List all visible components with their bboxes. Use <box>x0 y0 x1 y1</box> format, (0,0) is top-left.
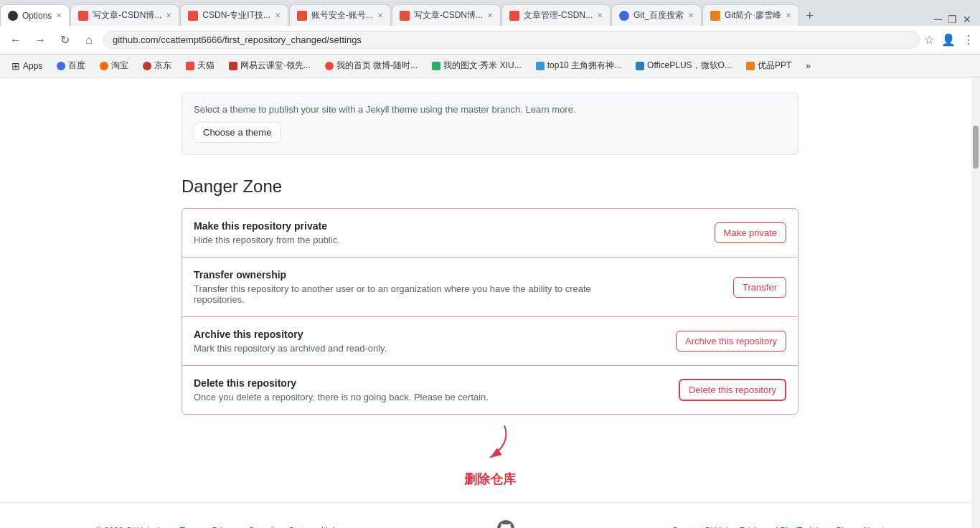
footer-left: © 2020 GitHub, Inc. Terms Privacy Securi… <box>95 526 339 529</box>
bookmark-weibo[interactable]: 我的首页 微博-随时... <box>319 58 423 73</box>
tab-title-csdn3: 账号安全-账号... <box>311 9 373 22</box>
theme-section: Select a theme to publish your site with… <box>182 92 798 155</box>
bookmark-tianmao-icon <box>186 62 194 70</box>
restore-button[interactable]: ❐ <box>948 14 957 25</box>
bookmark-office-icon <box>636 62 644 70</box>
bookmark-star-button[interactable]: ☆ <box>924 33 934 47</box>
footer-link-training[interactable]: Training <box>797 526 828 529</box>
bookmark-netease-icon <box>229 62 237 70</box>
footer-link-security[interactable]: Security <box>249 526 280 529</box>
tab-favicon-csdn2 <box>188 11 198 21</box>
tab-csdn3[interactable]: 账号安全-账号... ✕ <box>289 4 391 26</box>
danger-desc-delete: Once you delete a repository, there is n… <box>194 392 489 402</box>
tab-close-options[interactable]: ✕ <box>56 11 62 19</box>
danger-info-archive: Archive this repository Mark this reposi… <box>194 329 387 354</box>
tab-close-baidu[interactable]: ✕ <box>688 11 694 19</box>
bookmark-baidu-label: 百度 <box>68 60 85 72</box>
archive-button[interactable]: Archive this repository <box>676 331 786 352</box>
danger-item-make-private: Make this repository private Hide this r… <box>182 209 798 258</box>
tab-options[interactable]: Options ✕ <box>0 4 70 26</box>
bookmark-more-icon: » <box>806 61 811 71</box>
bookmark-ppt[interactable]: 优品PPT <box>740 58 797 73</box>
footer-link-privacy[interactable]: Privacy <box>212 526 240 529</box>
scroll-thumb[interactable] <box>973 126 979 169</box>
footer-link-api[interactable]: API <box>774 526 788 529</box>
footer-link-status[interactable]: Status <box>288 526 313 529</box>
tab-close-csdn4[interactable]: ✕ <box>487 11 493 19</box>
tab-csdn2[interactable]: CSDN-专业IT技... ✕ <box>180 4 288 26</box>
address-bar: ← → ↻ ⌂ ☆ 👤 ⋮ <box>0 26 980 55</box>
danger-heading-delete: Delete this repository <box>194 377 489 389</box>
tab-baidu[interactable]: Git_百度搜索 ✕ <box>611 4 702 26</box>
bookmark-apps[interactable]: ⊞ Apps <box>6 59 48 73</box>
transfer-button[interactable]: Transfer <box>733 277 786 298</box>
tab-bar: Options ✕ 写文章-CSDN博... ✕ CSDN-专业IT技... ✕… <box>0 0 980 26</box>
footer-copyright: © 2020 GitHub, Inc. <box>95 526 171 529</box>
footer-link-terms[interactable]: Terms <box>180 526 204 529</box>
footer-link-blog[interactable]: Blog <box>837 526 854 529</box>
scroll-track[interactable] <box>971 77 980 528</box>
footer-link-help[interactable]: Help <box>321 526 339 529</box>
danger-desc-transfer: Transfer this repository to another user… <box>194 283 595 305</box>
danger-desc-archive: Mark this repository as archived and rea… <box>194 343 387 354</box>
delete-repository-button[interactable]: Delete this repository <box>679 379 786 401</box>
bookmark-weibo-icon <box>325 62 334 70</box>
footer-link-pricing[interactable]: Pricing <box>740 526 766 529</box>
footer-link-about[interactable]: About <box>862 526 885 529</box>
apps-grid-icon: ⊞ <box>11 60 20 72</box>
tab-title-baidu: Git_百度搜索 <box>633 9 684 22</box>
bookmark-baidu[interactable]: 百度 <box>51 58 91 73</box>
bookmark-apps-label: Apps <box>23 61 42 71</box>
bookmark-baidu-icon <box>57 62 65 70</box>
bookmark-taobao-icon <box>100 62 108 70</box>
refresh-button[interactable]: ↻ <box>55 30 75 50</box>
bookmark-ppt-icon <box>746 62 755 70</box>
bookmark-netease-label: 网易云课堂·领先... <box>240 60 310 72</box>
make-private-button[interactable]: Make private <box>715 222 786 243</box>
url-input[interactable] <box>103 31 920 49</box>
bookmark-xiumi-label: 我的图文·秀米 XIU... <box>443 60 522 72</box>
tab-favicon-options <box>8 11 18 21</box>
tab-title-git: Git简介·廖雪峰 <box>725 9 781 22</box>
bookmark-taobao[interactable]: 淘宝 <box>94 58 134 73</box>
danger-info-transfer: Transfer ownership Transfer this reposit… <box>194 269 595 305</box>
bookmark-xiumi[interactable]: 我的图文·秀米 XIU... <box>426 58 527 73</box>
bookmark-tianmao[interactable]: 天猫 <box>180 58 220 73</box>
bookmark-office[interactable]: OfficePLUS，微软O... <box>630 58 738 73</box>
tab-close-csdn3[interactable]: ✕ <box>377 11 383 19</box>
choose-theme-button[interactable]: Choose a theme <box>194 122 281 143</box>
tab-favicon-baidu <box>619 11 629 21</box>
tab-csdn5[interactable]: 文章管理-CSDN... ✕ <box>501 4 611 26</box>
tab-git[interactable]: Git简介·廖雪峰 ✕ <box>702 4 799 26</box>
bookmark-top10[interactable]: top10 主角拥有神... <box>530 58 627 73</box>
bookmarks-bar: ⊞ Apps 百度 淘宝 京东 天猫 网易云课堂·领先... 我的首页 微博-随… <box>0 55 980 77</box>
bookmark-more[interactable]: » <box>800 60 816 72</box>
browser-menu-button[interactable]: ⋮ <box>963 33 974 47</box>
github-footer-logo <box>497 520 514 528</box>
minimize-button[interactable]: ─ <box>934 13 942 26</box>
tab-title-options: Options <box>22 11 52 21</box>
home-button[interactable]: ⌂ <box>79 30 99 50</box>
close-window-button[interactable]: ✕ <box>963 14 971 25</box>
danger-info-delete: Delete this repository Once you delete a… <box>194 377 489 402</box>
tab-close-csdn2[interactable]: ✕ <box>275 11 281 19</box>
tab-csdn4[interactable]: 写文章-CSDN博... ✕ <box>392 4 501 26</box>
tab-close-csdn5[interactable]: ✕ <box>597 11 603 19</box>
tab-close-git[interactable]: ✕ <box>786 11 791 19</box>
footer-inner: © 2020 GitHub, Inc. Terms Privacy Securi… <box>95 520 885 528</box>
profile-button[interactable]: 👤 <box>938 30 958 50</box>
back-button[interactable]: ← <box>6 30 26 50</box>
danger-heading-make-private: Make this repository private <box>194 220 340 232</box>
bookmark-jd[interactable]: 京东 <box>137 58 177 73</box>
tab-title-csdn5: 文章管理-CSDN... <box>524 9 593 22</box>
forward-button[interactable]: → <box>30 30 50 50</box>
bookmark-netease[interactable]: 网易云课堂·领先... <box>223 58 316 73</box>
footer-link-contact-github[interactable]: Contact GitHub <box>672 526 731 529</box>
tab-favicon-csdn4 <box>400 11 410 21</box>
bookmark-tianmao-label: 天猫 <box>197 60 215 72</box>
new-tab-button[interactable]: + <box>800 6 820 26</box>
theme-description: Select a theme to publish your site with… <box>194 104 786 115</box>
tab-close-csdn1[interactable]: ✕ <box>166 11 171 19</box>
bookmark-jd-icon <box>143 62 151 70</box>
tab-csdn1[interactable]: 写文章-CSDN博... ✕ <box>70 4 179 26</box>
